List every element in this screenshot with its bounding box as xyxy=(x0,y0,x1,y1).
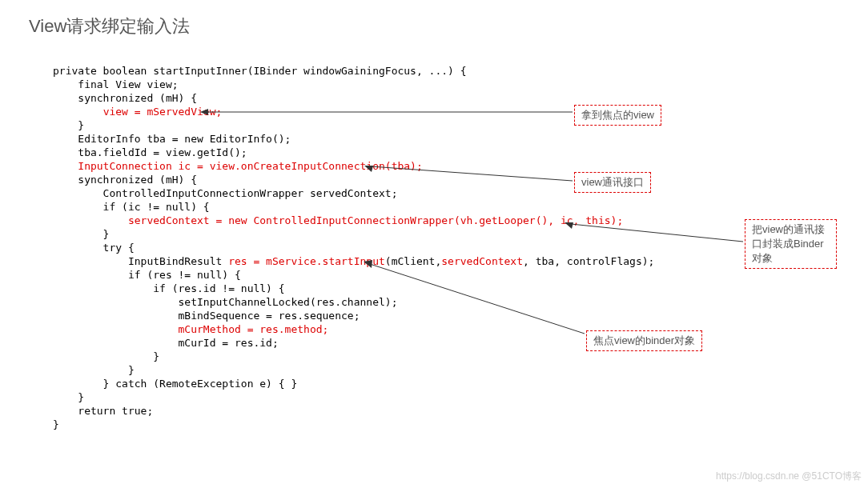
code-line: InputBindResult xyxy=(53,255,228,267)
annotation-box: 拿到焦点的view xyxy=(574,105,661,126)
code-line: try { xyxy=(53,242,135,254)
code-line xyxy=(53,106,103,118)
code-highlight: mCurMethod = res.method; xyxy=(53,323,328,335)
code-line: } xyxy=(53,350,159,362)
watermark-text: https://blog.csdn.ne @51CTO博客 xyxy=(716,470,862,483)
code-line: if (res != null) { xyxy=(53,269,241,281)
code-line xyxy=(53,214,128,226)
code-block: private boolean startInputInner(IBinder … xyxy=(53,64,654,431)
code-line: } xyxy=(53,119,84,131)
code-line: return true; xyxy=(53,405,153,417)
page-title: View请求绑定输入法 xyxy=(29,14,190,38)
code-line: tba.fieldId = view.getId(); xyxy=(53,146,247,158)
code-line: } xyxy=(53,391,84,403)
code-line: (mClient, xyxy=(385,255,441,267)
code-line: setInputChannelLocked(res.channel); xyxy=(53,296,397,308)
code-line: final View view; xyxy=(53,78,179,90)
code-highlight: view = mServedView; xyxy=(103,106,223,118)
code-line: EditorInfo tba = new EditorInfo(); xyxy=(53,133,291,145)
code-line: } xyxy=(53,364,135,376)
annotation-box: 焦点view的binder对象 xyxy=(586,330,702,351)
code-line: if (res.id != null) { xyxy=(53,282,285,294)
code-highlight: servedContext xyxy=(441,255,523,267)
code-highlight: servedContext = new ControlledInputConne… xyxy=(128,214,623,226)
code-line: ControlledInputConnectionWrapper servedC… xyxy=(53,187,397,199)
code-line: } xyxy=(53,418,59,430)
code-line: private boolean startInputInner(IBinder … xyxy=(53,65,467,77)
code-line: } catch (RemoteException e) { } xyxy=(53,378,297,390)
annotation-box: view通讯接口 xyxy=(574,172,651,193)
code-line: mBindSequence = res.sequence; xyxy=(53,310,360,322)
code-line: , tba, controlFlags); xyxy=(523,255,654,267)
code-line: mCurId = res.id; xyxy=(53,337,279,349)
code-line: if (ic != null) { xyxy=(53,201,210,213)
annotation-box: 把view的通讯接口封装成Binder对象 xyxy=(745,219,837,269)
code-highlight: InputConnection ic = view.onCreateInputC… xyxy=(53,160,423,172)
code-line: } xyxy=(53,228,109,240)
code-line: synchronized (mH) { xyxy=(53,174,197,186)
code-highlight: res = mService.startInput xyxy=(228,255,385,267)
code-line: synchronized (mH) { xyxy=(53,92,197,104)
